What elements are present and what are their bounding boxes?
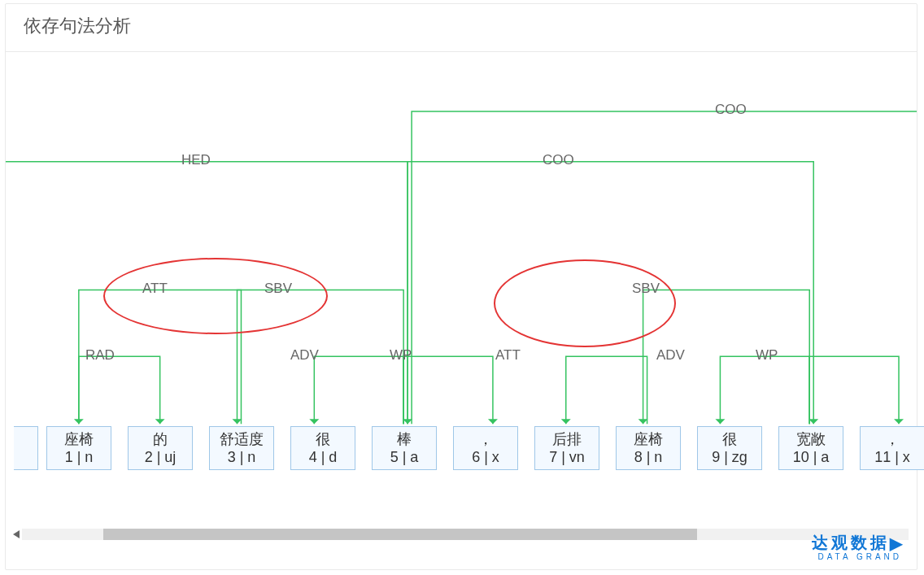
scroll-thumb[interactable] (103, 529, 697, 540)
token: 后排7 | vn (534, 426, 599, 470)
svg-marker-9 (715, 419, 725, 424)
relation-label: ADV (290, 347, 319, 364)
scroll-track[interactable] (22, 529, 909, 540)
token-word: 很 (698, 430, 761, 448)
token-word: ， (861, 430, 924, 448)
token-tag: 2 | uj (129, 448, 192, 466)
token-tag: 10 | a (779, 448, 843, 466)
highlight-ellipse (494, 259, 676, 347)
token-tag: 9 | zg (698, 448, 761, 466)
token-tag: 1 | n (47, 448, 111, 466)
token-tag: 4 | d (291, 448, 355, 466)
page-title: 依存句法分析 (24, 14, 899, 38)
relation-label: ATT (495, 347, 521, 364)
token-word: 棒 (373, 430, 436, 448)
relation-label: HED (181, 152, 211, 168)
relation-label: COO (715, 102, 747, 118)
highlight-ellipse (103, 258, 328, 334)
relation-label: COO (543, 152, 574, 168)
brand-en-text: DATA GRAND (812, 552, 902, 561)
panel-header: 依存句法分析 (6, 4, 917, 52)
relation-label: WP (756, 347, 778, 364)
svg-marker-7 (561, 419, 571, 424)
token-word: 宽敞 (779, 430, 843, 448)
svg-marker-6 (808, 419, 818, 424)
token: 棒5 | a (372, 426, 437, 470)
token-word: 舒适度 (210, 430, 273, 448)
brand-arrow-icon: ▶ (890, 534, 902, 553)
brand-cn-text: 达观数据 (812, 534, 890, 551)
token: ，11 | x (860, 426, 924, 470)
token: 宽敞10 | a (778, 426, 843, 470)
token-partial-left (14, 426, 38, 470)
svg-marker-4 (488, 419, 498, 424)
token-word: 座椅 (617, 430, 680, 448)
token-word: 的 (129, 430, 192, 448)
relation-label: ADV (656, 347, 685, 364)
token-tag: 6 | x (454, 448, 517, 466)
token: 很9 | zg (697, 426, 762, 470)
token: ，6 | x (453, 426, 518, 470)
token: 的2 | uj (128, 426, 193, 470)
svg-marker-3 (309, 419, 319, 424)
svg-marker-8 (639, 419, 648, 424)
relation-label: RAD (85, 347, 115, 364)
svg-marker-2 (232, 419, 242, 424)
token-tag: 11 | x (861, 448, 924, 466)
token-word: 后排 (535, 430, 599, 448)
token: 很4 | d (290, 426, 355, 470)
token-tag: 8 | n (617, 448, 680, 466)
token-word: ， (454, 430, 517, 448)
svg-marker-0 (155, 419, 165, 424)
token-tag: 3 | n (210, 448, 273, 466)
dependency-diagram: 座椅1 | n的2 | uj舒适度3 | n很4 | d棒5 | a，6 | x… (6, 56, 917, 530)
token: 座椅1 | n (46, 426, 111, 470)
token-word: 座椅 (47, 430, 111, 448)
token: 座椅8 | n (616, 426, 681, 470)
scroll-left-arrow-icon[interactable] (11, 528, 22, 541)
svg-marker-1 (74, 419, 84, 424)
horizontal-scrollbar[interactable] (11, 528, 909, 541)
relation-label: WP (390, 347, 412, 364)
panel: 依存句法分析 座椅1 | n的2 | uj舒适度3 | n很4 | d棒5 | … (5, 3, 917, 570)
svg-marker-10 (894, 419, 904, 424)
token-word: 很 (291, 430, 355, 448)
brand-logo: 达观数据▶ DATA GRAND (812, 532, 902, 561)
token-tag: 5 | a (373, 448, 436, 466)
svg-marker-12 (13, 530, 20, 538)
token-tag: 7 | vn (535, 448, 599, 466)
token: 舒适度3 | n (209, 426, 274, 470)
